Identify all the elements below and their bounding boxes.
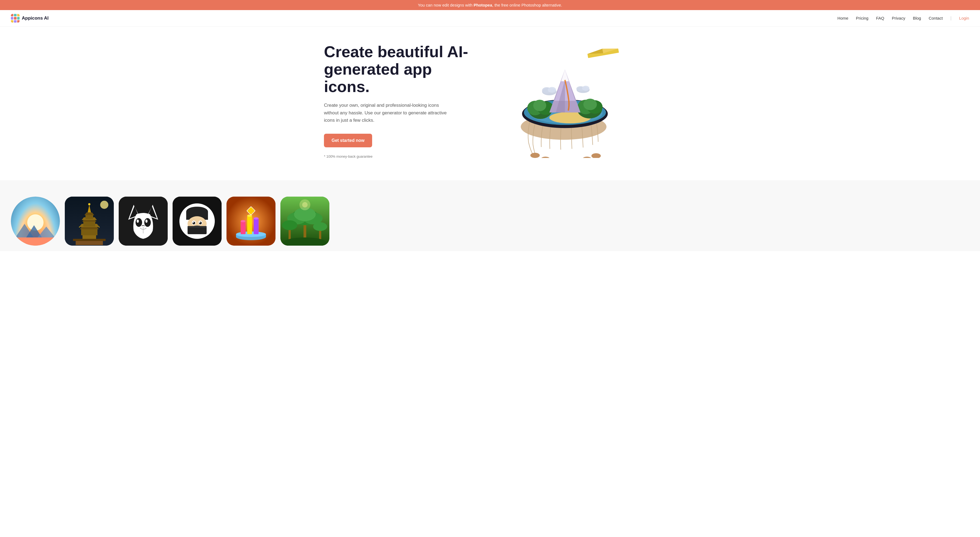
svg-rect-37 (81, 229, 97, 235)
gallery-item-ninja (173, 197, 221, 245)
gallery-item-jungle (280, 197, 329, 245)
logo-icon (11, 14, 20, 22)
gallery-section (0, 180, 980, 251)
hero-illustration (476, 43, 656, 158)
svg-point-96 (313, 222, 327, 231)
banner-text-before: You can now edit designs with (418, 3, 474, 7)
svg-point-30 (548, 87, 556, 92)
svg-point-59 (145, 220, 148, 223)
nav-pricing[interactable]: Pricing (856, 16, 869, 21)
hero-subtitle: Create your own, original and profession… (324, 102, 455, 124)
svg-point-99 (302, 202, 308, 207)
svg-rect-81 (247, 216, 252, 234)
svg-point-58 (137, 220, 139, 223)
svg-point-57 (144, 218, 151, 227)
gallery-item-sunrise (11, 197, 60, 245)
gallery-strip (0, 191, 980, 251)
get-started-button[interactable]: Get started now (324, 134, 372, 147)
nav-faq[interactable]: FAQ (876, 16, 884, 21)
login-link[interactable]: Login (959, 16, 969, 21)
svg-rect-50 (76, 241, 103, 245)
svg-point-6 (541, 156, 550, 158)
gallery-item-fox (119, 197, 168, 245)
nav-contact[interactable]: Contact (929, 16, 943, 21)
svg-point-70 (199, 221, 202, 225)
svg-point-56 (135, 218, 142, 227)
svg-point-33 (582, 86, 589, 91)
banner-text-after: , the free online Photoshop alternative. (492, 3, 562, 7)
money-back-guarantee: * 100% money-back guarantee (324, 155, 476, 158)
svg-point-23 (583, 99, 597, 110)
hero-title: Create beautiful AI-generated app icons. (324, 43, 476, 95)
svg-rect-79 (241, 221, 245, 234)
nav-links: Home Pricing FAQ Privacy Blog Contact | … (837, 16, 969, 21)
nav-privacy[interactable]: Privacy (892, 16, 905, 21)
gallery-item-chart (226, 197, 275, 245)
svg-rect-83 (254, 218, 259, 234)
svg-point-5 (530, 153, 539, 158)
svg-point-46 (88, 203, 91, 206)
svg-rect-43 (86, 215, 93, 219)
nav-home[interactable]: Home (837, 16, 848, 21)
svg-point-84 (254, 217, 259, 220)
island-svg (509, 43, 624, 158)
svg-marker-26 (561, 69, 569, 81)
svg-rect-49 (73, 239, 106, 241)
svg-point-69 (192, 221, 195, 225)
hero-content: Create beautiful AI-generated app icons.… (324, 43, 476, 158)
svg-point-10 (582, 156, 592, 158)
svg-rect-74 (188, 226, 207, 228)
svg-point-94 (282, 220, 297, 230)
svg-point-35 (100, 201, 108, 209)
banner-highlight: Photopea (474, 3, 492, 7)
logo-link[interactable]: Appicons AI (11, 14, 49, 22)
nav-divider: | (950, 16, 951, 21)
svg-point-80 (241, 220, 245, 222)
svg-point-19 (533, 100, 546, 111)
logo-text: Appicons AI (22, 16, 49, 21)
gallery-item-pagoda (65, 197, 114, 245)
svg-rect-40 (83, 221, 95, 226)
announcement-banner: You can now edit designs with Photopea, … (0, 0, 980, 10)
svg-point-11 (592, 153, 601, 158)
svg-point-71 (193, 222, 194, 223)
hero-section: Create beautiful AI-generated app icons.… (0, 27, 980, 180)
main-nav: Appicons AI Home Pricing FAQ Privacy Blo… (0, 10, 980, 27)
svg-point-72 (199, 222, 200, 223)
nav-blog[interactable]: Blog (913, 16, 921, 21)
